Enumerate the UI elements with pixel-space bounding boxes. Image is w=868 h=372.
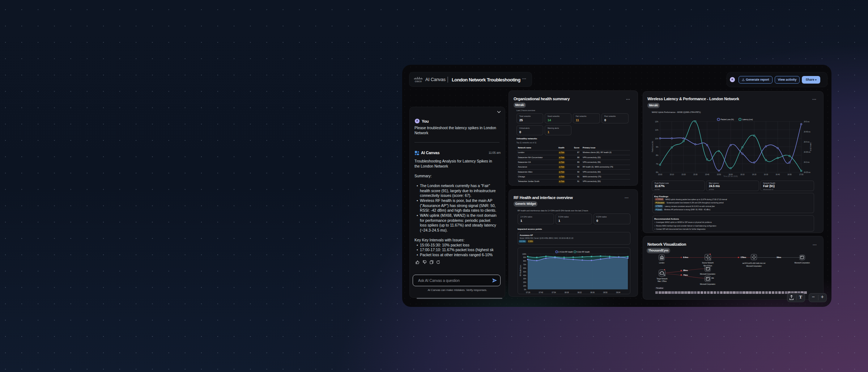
svg-text:60%: 60% — [523, 267, 526, 269]
svg-text:24.25 ms: 24.25 ms — [804, 172, 810, 173]
svg-text:5 GHz RF Health: 5 GHz RF Health — [576, 251, 590, 253]
svg-text:10%: 10% — [523, 285, 526, 287]
svg-text:16:40: 16:40 — [776, 173, 780, 176]
svg-text:16:50: 16:50 — [787, 173, 792, 176]
svg-text:CISCO: CISCO — [415, 80, 422, 83]
svg-text:90%: 90% — [523, 257, 526, 258]
svg-text:Time (26 Jan 2026): Time (26 Jan 2026) — [723, 175, 738, 177]
svg-text:07:40: 07:40 — [539, 291, 543, 293]
svg-text:07:26: 07:26 — [526, 291, 530, 293]
svg-text:2.4 GHz RF Health: 2.4 GHz RF Health — [558, 251, 573, 253]
svg-text:12%: 12% — [655, 121, 659, 123]
svg-text:16:30: 16:30 — [764, 173, 768, 176]
svg-text:40%: 40% — [523, 275, 526, 276]
svg-text:17:00: 17:00 — [799, 173, 804, 176]
svg-text:24.35 ms: 24.35 ms — [804, 151, 810, 153]
svg-text:11%: 11% — [655, 129, 659, 131]
svg-text:70%: 70% — [523, 264, 526, 266]
svg-text:15:20: 15:20 — [681, 173, 686, 176]
svg-text:15:30: 15:30 — [693, 173, 698, 176]
svg-text:100%: 100% — [522, 253, 526, 255]
svg-text:24.45 ms: 24.45 ms — [804, 131, 810, 133]
svg-text:8%: 8% — [656, 155, 658, 156]
svg-text:16:20: 16:20 — [752, 173, 757, 176]
svg-text:15:00: 15:00 — [658, 173, 662, 176]
svg-text:Packet Loss (%): Packet Loss (%) — [721, 118, 734, 121]
svg-text:50%: 50% — [523, 271, 526, 273]
svg-text:24.3 ms: 24.3 ms — [804, 161, 809, 163]
svg-text:Packet Loss (%): Packet Loss (%) — [652, 141, 654, 152]
svg-text:08:36: 08:36 — [590, 291, 595, 293]
svg-text:08:50: 08:50 — [603, 291, 608, 293]
svg-text:15:50: 15:50 — [717, 173, 721, 176]
svg-text:Latency (ms): Latency (ms) — [743, 118, 753, 121]
svg-text:Latency (ms): Latency (ms) — [810, 142, 812, 151]
svg-text:16:10: 16:10 — [740, 173, 745, 176]
svg-text:24.5 ms: 24.5 ms — [804, 121, 809, 123]
svg-text:9%: 9% — [656, 146, 658, 148]
svg-text:08:08: 08:08 — [565, 291, 569, 293]
svg-text:15:40: 15:40 — [705, 173, 709, 176]
svg-text:08:22: 08:22 — [578, 291, 582, 293]
svg-text:09:04: 09:04 — [616, 291, 620, 293]
svg-text:07:54: 07:54 — [552, 291, 556, 293]
svg-text:6%: 6% — [656, 172, 658, 173]
svg-text:7%: 7% — [656, 163, 658, 165]
svg-text:30%: 30% — [523, 278, 526, 280]
svg-text:15:10: 15:10 — [670, 173, 674, 176]
svg-text:80%: 80% — [523, 260, 526, 262]
svg-text:20%: 20% — [523, 282, 526, 283]
svg-text:10%: 10% — [655, 138, 659, 140]
svg-text:24.4 ms: 24.4 ms — [804, 141, 809, 143]
svg-text:RF Health Score: RF Health Score — [520, 265, 522, 276]
svg-text:0%: 0% — [524, 289, 526, 291]
